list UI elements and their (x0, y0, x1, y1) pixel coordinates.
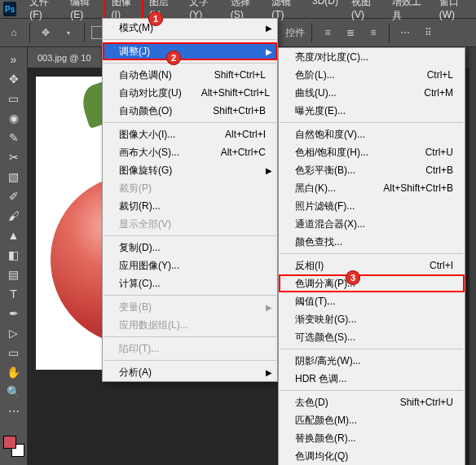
menu-item[interactable]: 反相(I)Ctrl+I (279, 257, 465, 274)
menu-item[interactable]: 曲线(U)...Ctrl+M (279, 84, 465, 102)
menu-item[interactable]: 曝光度(E)... (279, 102, 465, 120)
menu-item[interactable]: 裁切(R)... (103, 197, 277, 215)
menu-item[interactable]: 自动颜色(O)Shift+Ctrl+B (103, 102, 277, 120)
menu-item[interactable]: 色彩平衡(B)...Ctrl+B (279, 161, 465, 179)
menu-item[interactable]: 复制(D)... (103, 239, 277, 257)
menu-item[interactable]: 调整(J)▶ (103, 42, 277, 60)
home-icon[interactable]: ⌂ (5, 24, 23, 42)
menu-item[interactable]: 黑白(K)...Alt+Shift+Ctrl+B (279, 179, 465, 197)
chevrons-icon[interactable]: » (3, 50, 24, 68)
menu-item[interactable]: 通道混合器(X)... (279, 215, 465, 233)
menu-item-shortcut: Ctrl+I (430, 260, 453, 271)
menubar-item[interactable]: 增效工具 (386, 0, 432, 25)
menu-item[interactable]: 色调均化(Q) (279, 447, 465, 465)
menu-item-label: 色调分离(P)... (295, 277, 453, 291)
menu-item[interactable]: 色相/饱和度(H)...Ctrl+U (279, 143, 465, 161)
menu-item[interactable]: 画布大小(S)...Alt+Ctrl+C (103, 143, 277, 161)
hand-tool-icon[interactable]: ✋ (3, 363, 24, 381)
menu-item[interactable]: 计算(C)... (103, 274, 277, 292)
menu-item-shortcut: Alt+Ctrl+C (221, 147, 266, 158)
move-tool-icon[interactable]: ✥ (37, 24, 55, 42)
align-icon[interactable]: ≡ (319, 24, 337, 42)
menu-item-label: 自动对比度(U) (119, 86, 182, 100)
menu-item-label: 显示全部(V) (119, 217, 266, 231)
menubar-item[interactable]: 文件(F) (23, 0, 64, 25)
dropdown-icon[interactable]: ▾ (60, 24, 77, 42)
menu-item[interactable]: 匹配颜色(M)... (279, 411, 465, 429)
menu-item-shortcut: Alt+Shift+Ctrl+B (383, 182, 453, 194)
menu-item[interactable]: 颜色查找... (279, 233, 465, 251)
menu-item-label: 黑白(K)... (295, 182, 364, 195)
menu-item: 变量(B)▶ (103, 298, 277, 316)
edit-toolbar-icon[interactable]: ⋯ (3, 402, 24, 420)
menu-item[interactable]: 模式(M)▶ (103, 19, 277, 37)
menu-item[interactable]: 阴影/高光(W)... (279, 352, 465, 370)
eyedropper-tool-icon[interactable]: ✐ (3, 187, 24, 205)
separator (389, 23, 390, 42)
menu-item-label: 去色(D) (295, 396, 381, 410)
document-tab-title: 003.jpg @ 10 (37, 53, 91, 63)
menu-separator (280, 122, 464, 123)
menubar-item[interactable]: 编辑(E) (64, 0, 104, 25)
menu-item-shortcut: Alt+Shift+Ctrl+L (201, 87, 270, 99)
marquee-tool-icon[interactable]: ▭ (3, 90, 24, 107)
menu-separator (104, 360, 276, 361)
menubar-item[interactable]: 3D(D) (306, 0, 345, 25)
menu-item[interactable]: 替换颜色(R)... (279, 429, 465, 447)
menu-item[interactable]: 色调分离(P)... (279, 274, 465, 292)
gradient-tool-icon[interactable]: ▤ (3, 265, 24, 283)
more-icon[interactable]: ⠿ (419, 24, 437, 42)
menu-item[interactable]: HDR 色调... (279, 370, 465, 388)
menubar-item[interactable]: 窗口(W) (433, 0, 476, 25)
brush-tool-icon[interactable]: 🖌 (3, 207, 24, 225)
menu-item[interactable]: 自动色调(N)Shift+Ctrl+L (103, 66, 277, 84)
menu-item[interactable]: 可选颜色(S)... (279, 328, 465, 346)
menu-item[interactable]: 阈值(T)... (279, 292, 465, 310)
menu-item-label: 应用数据组(L)... (119, 318, 266, 332)
separator (84, 23, 85, 42)
menu-separator (104, 63, 276, 64)
menu-item[interactable]: 图像大小(I)...Alt+Ctrl+I (103, 125, 277, 143)
menu-item[interactable]: 图像旋转(G)▶ (103, 161, 277, 179)
crop-tool-icon[interactable]: ✂ (3, 148, 24, 166)
move-tool-icon[interactable]: ✥ (3, 70, 24, 88)
menu-item[interactable]: 亮度/对比度(C)... (279, 48, 465, 66)
menu-item-label: 应用图像(Y)... (119, 259, 266, 273)
quick-select-tool-icon[interactable]: ✎ (3, 129, 24, 147)
menu-item-label: 图像大小(I)... (119, 128, 205, 142)
stamp-tool-icon[interactable]: ▲ (3, 226, 24, 244)
menu-item[interactable]: 渐变映射(G)... (279, 310, 465, 328)
menu-item-label: 照片滤镜(F)... (295, 200, 453, 213)
lasso-tool-icon[interactable]: ◉ (3, 109, 24, 127)
menubar-item[interactable]: 视图(V) (345, 0, 386, 25)
shape-tool-icon[interactable]: ▭ (3, 344, 24, 362)
menu-item-label: 阴影/高光(W)... (295, 354, 453, 368)
color-swatch[interactable] (3, 436, 24, 457)
submenu-arrow-icon: ▶ (266, 303, 272, 312)
menu-item[interactable]: 分析(A)▶ (103, 363, 277, 381)
menu-item-label: 计算(C)... (119, 277, 266, 291)
menu-separator (104, 295, 276, 296)
pen-tool-icon[interactable]: ✒ (3, 305, 24, 322)
menu-item[interactable]: 色阶(L)...Ctrl+L (279, 66, 465, 84)
path-select-tool-icon[interactable]: ▷ (3, 324, 24, 342)
foreground-color-swatch[interactable] (3, 436, 16, 449)
menu-item-shortcut: Shift+Ctrl+B (213, 105, 266, 116)
align-icon[interactable]: ≡ (364, 24, 382, 42)
menu-item[interactable]: 自然饱和度(V)... (279, 125, 465, 143)
menu-separator (104, 122, 276, 123)
eraser-tool-icon[interactable]: ◧ (3, 246, 24, 264)
menu-item-label: 自然饱和度(V)... (295, 128, 453, 142)
document-tab[interactable]: 003.jpg @ 10 (28, 47, 101, 68)
zoom-tool-icon[interactable]: 🔍 (3, 383, 24, 401)
frame-tool-icon[interactable]: ▧ (3, 168, 24, 186)
align-icon[interactable]: ≣ (342, 24, 359, 42)
menu-item[interactable]: 去色(D)Shift+Ctrl+U (279, 393, 465, 411)
distribute-icon[interactable]: ⋯ (396, 24, 414, 42)
menu-item-label: 颜色查找... (295, 235, 453, 249)
menu-item[interactable]: 自动对比度(U)Alt+Shift+Ctrl+L (103, 84, 277, 102)
menu-item[interactable]: 照片滤镜(F)... (279, 197, 465, 215)
type-tool-icon[interactable]: T (3, 285, 24, 303)
menu-item[interactable]: 应用图像(Y)... (103, 257, 277, 274)
separator (311, 23, 312, 42)
